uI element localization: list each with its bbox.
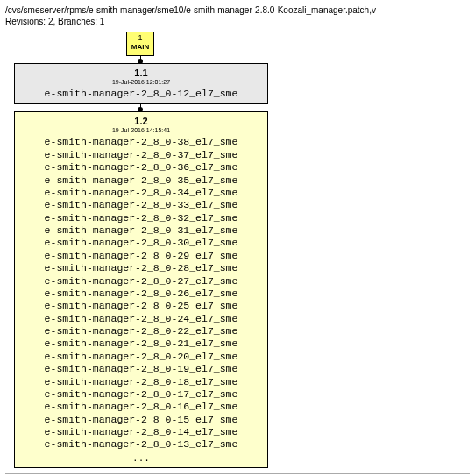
revision-tag: e-smith-manager-2_8_0-26_el7_sme (22, 288, 260, 300)
revision-tag: e-smith-manager-2_8_0-36_el7_sme (22, 161, 260, 174)
revision-tag: e-smith-manager-2_8_0-32_el7_sme (22, 212, 260, 224)
revision-node-1-2[interactable]: 1.2 19-Jul-2016 14:15:41 e-smith-manager… (14, 111, 268, 467)
footer-divider (5, 473, 470, 474)
revision-tag: e-smith-manager-2_8_0-33_el7_sme (22, 199, 260, 211)
revision-tag: e-smith-manager-2_8_0-29_el7_sme (22, 250, 260, 262)
revision-tag: e-smith-manager-2_8_0-18_el7_sme (22, 376, 260, 388)
revision-tag: e-smith-manager-2_8_0-25_el7_sme (22, 300, 260, 312)
revision-date: 19-Jul-2016 12:01:27 (22, 79, 260, 85)
revision-version: 1.2 (22, 116, 260, 126)
revision-node-1-1[interactable]: 1.1 19-Jul-2016 12:01:27 e-smith-manager… (14, 63, 268, 104)
revision-tag: e-smith-manager-2_8_0-20_el7_sme (22, 351, 260, 363)
revision-tag: e-smith-manager-2_8_0-37_el7_sme (22, 149, 260, 161)
revision-tag-list: e-smith-manager-2_8_0-38_el7_smee-smith-… (22, 136, 260, 451)
revision-tag: e-smith-manager-2_8_0-34_el7_sme (22, 187, 260, 199)
revision-tag: e-smith-manager-2_8_0-24_el7_sme (22, 313, 260, 325)
revision-tag: e-smith-manager-2_8_0-31_el7_sme (22, 224, 260, 237)
connector-line (140, 56, 141, 61)
connector-line (140, 104, 141, 110)
revision-tag: e-smith-manager-2_8_0-16_el7_sme (22, 401, 260, 413)
revision-tag: e-smith-manager-2_8_0-14_el7_sme (22, 426, 260, 438)
revision-tag: e-smith-manager-2_8_0-19_el7_sme (22, 363, 260, 375)
branch-number: 1 (127, 34, 153, 42)
revision-date: 19-Jul-2016 14:15:41 (22, 127, 260, 133)
revision-tag: e-smith-manager-2_8_0-27_el7_sme (22, 275, 260, 288)
branch-node-main[interactable]: 1 MAIN (126, 32, 154, 56)
revision-tag: e-smith-manager-2_8_0-12_el7_sme (22, 88, 260, 100)
file-path: /cvs/smeserver/rpms/e-smith-manager/sme1… (5, 5, 470, 15)
branch-label: MAIN (127, 44, 153, 51)
revision-tag: e-smith-manager-2_8_0-38_el7_sme (22, 136, 260, 148)
revision-tag: e-smith-manager-2_8_0-13_el7_sme (22, 438, 260, 451)
revision-tag: e-smith-manager-2_8_0-28_el7_sme (22, 262, 260, 274)
revision-tag: e-smith-manager-2_8_0-35_el7_sme (22, 174, 260, 187)
revision-tag: e-smith-manager-2_8_0-17_el7_sme (22, 388, 260, 401)
revision-version: 1.1 (22, 67, 260, 78)
revision-tag: e-smith-manager-2_8_0-22_el7_sme (22, 325, 260, 337)
revision-tag: e-smith-manager-2_8_0-21_el7_sme (22, 337, 260, 350)
revision-graph: 1 MAIN 1.1 19-Jul-2016 12:01:27 e-smith-… (12, 32, 470, 468)
revision-summary: Revisions: 2, Branches: 1 (5, 17, 470, 26)
revision-tag: e-smith-manager-2_8_0-15_el7_sme (22, 414, 260, 426)
ellipsis-icon: ... (22, 453, 260, 464)
revision-tag: e-smith-manager-2_8_0-30_el7_sme (22, 237, 260, 249)
